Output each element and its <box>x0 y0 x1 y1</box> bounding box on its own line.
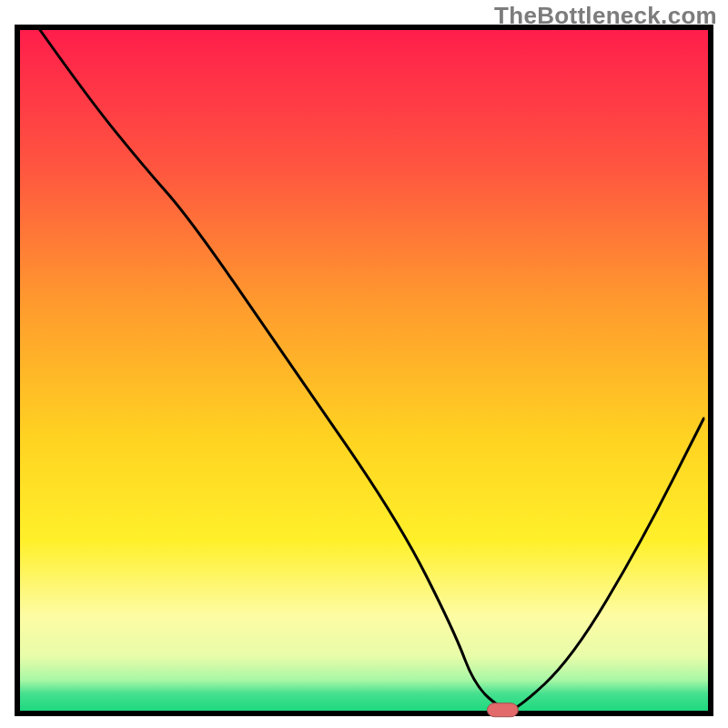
plot-gradient-bg <box>20 30 708 711</box>
watermark-text: TheBottleneck.com <box>494 2 717 30</box>
chart-svg <box>0 0 728 728</box>
bottleneck-chart: TheBottleneck.com <box>0 0 728 728</box>
optimum-marker <box>487 703 518 717</box>
